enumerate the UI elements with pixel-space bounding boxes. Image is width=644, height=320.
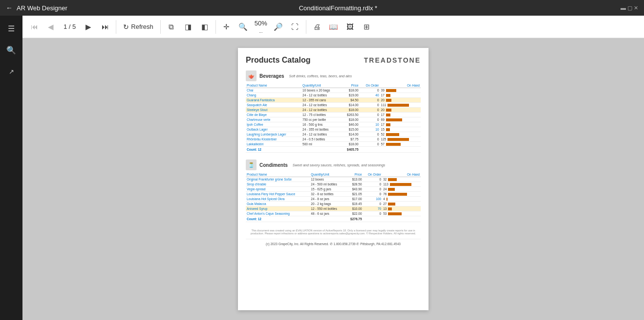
cell-name: Guia Malacca (246, 202, 310, 206)
cell-price: $46.00 (342, 122, 360, 127)
cell-price: $14.00 (342, 132, 360, 137)
last-page-button[interactable]: ⏭ (97, 19, 113, 35)
cell-price: $22.00 (346, 211, 363, 216)
table-row: Rhönbräu Klosterbier 24 - 0.5 l bottles … (246, 137, 421, 142)
cell-price: $19.45 (346, 202, 363, 206)
cell-qty: 24 - 12 oz bottles (301, 93, 341, 98)
fit-page-button[interactable]: ⛶ (287, 19, 303, 35)
cell-on-order: 10 (360, 127, 380, 132)
cell-name: Chang (246, 93, 301, 98)
cell-name: Ipoh Coffee (246, 122, 301, 127)
main-layout: ☰ 🔍 ↗ ⏮ ◀ 1 / 5 ▶ ⏭ ↻ Refresh ⧉ ◨ ◧ ✛ 🔍 … (0, 16, 644, 320)
print-button[interactable]: 🖨 (309, 19, 325, 35)
cell-on-hand: 13 (382, 206, 421, 211)
cell-price: $18.00 (342, 142, 360, 147)
count-empty3 (382, 216, 421, 222)
cell-on-order: 0 (360, 103, 380, 108)
cell-name: Lakkalikööri (246, 142, 301, 147)
report-title: Products Catalog (246, 56, 310, 65)
count-label: Count: 12 (246, 216, 310, 222)
separator-4 (306, 20, 306, 34)
portrait-button[interactable]: 🖼 (343, 19, 358, 35)
count-empty (310, 216, 345, 222)
cell-name: Chef Anton's Cajun Seasoning (246, 211, 310, 216)
count-total: $405.75 (342, 147, 360, 153)
table-row: Outback Lager 24 - 355 ml bottles $15.00… (246, 127, 421, 132)
content-area: ⏮ ◀ 1 / 5 ▶ ⏭ ↻ Refresh ⧉ ◨ ◧ ✛ 🔍 50% ..… (22, 16, 644, 320)
cell-price: $15.00 (342, 127, 360, 132)
cell-name: Laughing Lumberjack Lager (246, 132, 301, 137)
cell-price: $18.00 (342, 108, 360, 113)
refresh-label: Refresh (131, 23, 153, 30)
table-row: Guia Malacca 20 - 2 kg bags $19.45 0 27 (246, 202, 421, 206)
pan-button[interactable]: ✛ (219, 19, 235, 35)
cell-qty: 24 - 8 oz jars (310, 197, 345, 202)
cell-on-order: 0 (360, 117, 380, 122)
separator-3 (215, 20, 216, 34)
cell-price: $7.75 (342, 137, 360, 142)
copy-button[interactable]: ⧉ (164, 19, 179, 35)
table-row: Guaraná Fantástica 12 - 355 ml cans $4.5… (246, 98, 421, 103)
cell-on-order: 70 (363, 206, 383, 211)
sidebar-item-menu[interactable]: ☰ (2, 20, 20, 37)
beverages-table: Product Name Quantity/Unit Price On Orde… (246, 83, 421, 153)
first-page-button[interactable]: ⏮ (26, 19, 42, 35)
cell-on-hand: 32 (382, 177, 421, 182)
zoom-out-button[interactable]: 🔍 (236, 19, 251, 35)
condiments-desc: Sweet and savory sauces, relishes, sprea… (293, 163, 386, 167)
cell-price: $10.00 (346, 206, 363, 211)
multi-page-button[interactable]: ⊞ (359, 19, 375, 35)
table-row: Louisiana Fiery Hot Pepper Sauce 32 - 8 … (246, 192, 421, 197)
cell-on-hand: 125 (380, 137, 421, 142)
prev-page-button[interactable]: ◀ (43, 19, 59, 35)
cell-name: Aniseed Syrup (246, 206, 310, 211)
cell-on-order: 0 (360, 113, 380, 117)
sidebar: ☰ 🔍 ↗ (0, 16, 22, 320)
report-viewer[interactable]: Products Catalog TREADSTONE 🫖 Beverages … (22, 38, 644, 320)
cell-name: Original Frankfurter grüne Soße (246, 177, 310, 182)
beverages-icon: 🫖 (246, 70, 257, 81)
cell-name: Sasquatch Ale (246, 103, 301, 108)
col-on-order-c: On Order (363, 172, 383, 177)
cell-qty: 24 - 12 oz bottles (301, 103, 341, 108)
title-bar-left: ← AR Web Designer (6, 4, 67, 12)
cell-qty: 10 boxes x 20 bags (301, 88, 341, 93)
cell-price: $18.00 (342, 117, 360, 122)
sidebar-item-search[interactable]: 🔍 (2, 41, 20, 59)
zoom-in-button[interactable]: 🔎 (271, 19, 286, 35)
cell-on-order: 0 (363, 187, 383, 192)
book-view-button[interactable]: 📖 (326, 19, 342, 35)
cell-name: Steeleye Stout (246, 108, 301, 113)
cell-price: $13.00 (346, 177, 363, 182)
file-name: ConditionalFormatting.rdlx * (299, 4, 377, 12)
cell-qty: 24 - 12 oz bottles (301, 132, 341, 137)
cell-qty: 24 - 500 ml bottles (310, 182, 345, 187)
table-row: Chai 10 boxes x 20 bags $18.00 0 39 (246, 88, 421, 93)
cell-on-order: 0 (363, 211, 383, 216)
cell-name: Guaraná Fantástica (246, 98, 301, 103)
cell-on-order: 0 (363, 202, 383, 206)
refresh-icon: ↻ (123, 23, 129, 31)
cell-name: Louisiana Hot Spiced Okra (246, 197, 310, 202)
back-arrow-icon[interactable]: ← (6, 4, 13, 12)
sidebar-item-export[interactable]: ↗ (2, 63, 20, 80)
cell-on-hand: 17 (380, 93, 421, 98)
cell-on-hand: 4 (382, 197, 421, 202)
cell-price: $18.00 (342, 88, 360, 93)
cell-on-hand: 15 (380, 127, 421, 132)
count-empty3 (380, 147, 421, 153)
sidebar-toggle-right[interactable]: ◧ (197, 19, 213, 35)
col-qty-unit: Quantity/Unit (301, 83, 341, 88)
cell-qty: 32 - 8 oz bottles (310, 192, 345, 197)
next-page-button[interactable]: ▶ (81, 19, 96, 35)
table-row: Chef Anton's Cajun Seasoning 48 - 6 oz j… (246, 211, 421, 216)
separator-1 (116, 20, 116, 34)
cell-qty: 15 - 625 g jars (310, 187, 345, 192)
condiments-icon: 🫙 (246, 160, 257, 170)
refresh-button[interactable]: ↻ Refresh (119, 21, 157, 33)
cell-on-hand: 27 (382, 202, 421, 206)
sidebar-toggle-left[interactable]: ◨ (180, 19, 196, 35)
cell-price: $21.05 (346, 192, 363, 197)
title-bar-right: ▬ ▢ ✕ (609, 5, 638, 11)
cell-on-order: 0 (363, 192, 383, 197)
